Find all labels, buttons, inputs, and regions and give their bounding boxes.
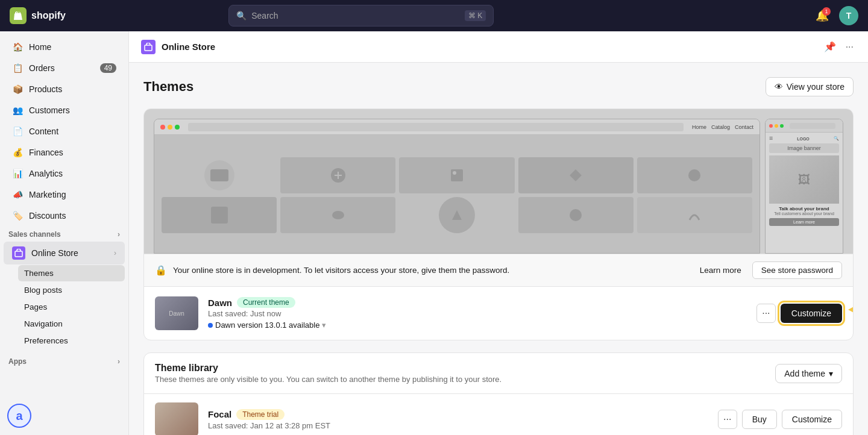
desktop-preview-bar: Home Catalog Contact [154,119,760,135]
theme-saved-time: Last saved: Just now [208,309,747,318]
sidebar-item-customers[interactable]: 👥 Customers [4,100,125,120]
sidebar-bottom-avatar[interactable]: a [0,396,128,435]
sidebar-item-preferences[interactable]: Preferences [18,333,125,349]
focal-theme-thumbnail [155,402,198,435]
discounts-icon: 🏷️ [12,210,23,221]
library-title: Theme library [155,363,502,374]
theme-version[interactable]: Dawn version 13.0.1 available ▾ [208,321,747,330]
customize-button[interactable]: Customize [781,304,842,323]
svg-rect-0 [15,251,22,257]
search-bar[interactable]: 🔍 Search ⌘ K [228,5,494,27]
content-icon: 📄 [12,126,23,137]
more-options-button[interactable]: ··· [843,39,856,55]
sales-channels-header[interactable]: Sales channels › [0,227,128,241]
sidebar-item-analytics[interactable]: 📊 Analytics [4,163,125,184]
pin-button[interactable]: 📌 [822,39,838,55]
shopify-text: shopify [31,10,66,21]
focal-more-options[interactable]: ··· [718,410,737,429]
sidebar-item-blog-posts[interactable]: Blog posts [18,282,125,298]
svg-point-5 [688,169,700,181]
banner-actions: Learn more See store password [694,261,842,279]
mobile-brand-text: Talk about your brand [769,206,839,211]
search-placeholder: Search [251,11,278,20]
dawn-thumbnail-image: Dawn [155,296,198,330]
sidebar-item-label: Marketing [29,190,66,199]
sidebar-item-content[interactable]: 📄 Content [4,121,125,142]
focal-customize-button[interactable]: Customize [782,410,842,429]
page-header: Themes 👁 View your store [143,77,854,96]
apps-label: Apps [8,357,27,366]
desktop-nav-links: Home Catalog Contact [692,124,753,130]
mobile-image-placeholder: 🖼 [769,155,839,204]
current-theme-row: Dawn Dawn Current theme Last saved: Just… [144,286,853,340]
orders-icon: 📋 [12,63,23,74]
user-profile-avatar: a [7,404,31,428]
sidebar-item-orders[interactable]: 📋 Orders 49 [4,58,125,78]
store-password-button[interactable]: See store password [752,261,842,279]
focal-theme-badge: Theme trial [236,409,285,420]
sidebar-item-themes[interactable]: Themes [18,265,125,281]
sidebar-item-label: Discounts [29,211,66,221]
learn-more-button[interactable]: Learn more [694,261,747,279]
shopify-logo[interactable]: shopify [10,7,66,24]
theme-name: Dawn [208,298,232,308]
online-store-icon [12,246,25,260]
svg-rect-8 [570,209,582,221]
focal-saved-time: Last saved: Jan 12 at 3:28 pm EST [208,421,708,430]
view-store-button[interactable]: 👁 View your store [766,77,854,96]
apps-header[interactable]: Apps › [0,354,128,368]
version-dot [208,323,213,328]
channel-icon [141,40,156,54]
mobile-banner-label: Image banner [769,143,839,153]
theme-more-options[interactable]: ··· [756,304,776,323]
channel-header-actions: 📌 ··· [822,39,856,55]
finances-icon: 💰 [12,147,23,158]
sidebar-item-marketing[interactable]: 📣 Marketing [4,184,125,205]
focal-theme-info: Focal Theme trial Last saved: Jan 12 at … [208,409,708,430]
marketing-icon: 📣 [12,189,23,200]
focal-thumbnail-image [155,402,198,435]
notification-button[interactable]: 🔔 1 [813,6,832,25]
sales-channels-chevron: › [118,230,120,239]
sidebar-item-products[interactable]: 📦 Products [4,79,125,99]
dawn-theme-info: Dawn Current theme Last saved: Just now … [208,297,747,330]
library-header-text: Theme library These themes are only visi… [155,363,502,384]
analytics-icon: 📊 [12,168,23,179]
customize-wrapper: Customize [781,304,842,323]
sidebar-item-discounts[interactable]: 🏷️ Discounts [4,205,125,226]
desktop-preview: Home Catalog Contact [154,119,760,254]
sidebar-item-navigation[interactable]: Navigation [18,316,125,332]
sidebar-nav: 🏠 Home 📋 Orders 49 📦 Products 👥 Customer… [0,31,128,373]
theme-preview-images: Home Catalog Contact [144,109,853,254]
mobile-preview-content: ☰ LOGO 🔍 Image banner 🖼 Talk about your … [766,133,843,230]
focal-theme-actions: ··· Buy Customize [718,410,842,429]
svg-rect-3 [451,169,463,181]
user-avatar[interactable]: T [839,6,858,25]
sidebar-item-pages[interactable]: Pages [18,299,125,315]
current-theme-badge: Current theme [237,297,295,308]
preferences-label: Preferences [24,336,68,345]
theme-preview-card: Home Catalog Contact [143,108,854,340]
online-store-chevron: › [114,249,116,257]
home-icon: 🏠 [12,42,23,52]
online-store-label: Online Store [31,248,78,258]
add-theme-button[interactable]: Add theme ▾ [775,364,842,383]
online-store-sub-nav: Themes Blog posts Pages Navigation Prefe… [0,265,128,349]
sidebar-item-label: Analytics [29,169,63,178]
window-controls [160,125,180,130]
theme-library-header: Theme library These themes are only visi… [144,353,853,394]
notification-badge: 1 [822,7,831,16]
focal-buy-button[interactable]: Buy [742,410,777,429]
sidebar-item-label: Orders [29,63,55,73]
channel-header: Online Store 📌 ··· [129,31,868,63]
sidebar-item-finances[interactable]: 💰 Finances [4,142,125,163]
sidebar-item-label: Content [29,127,58,136]
sidebar-item-online-store[interactable]: Online Store › [4,242,125,264]
sidebar-item-label: Customers [29,105,70,115]
focal-name-row: Focal Theme trial [208,409,708,420]
search-shortcut: ⌘ K [465,10,486,21]
svg-rect-6 [211,207,228,224]
sidebar-item-home[interactable]: 🏠 Home [4,37,125,57]
dawn-theme-thumbnail: Dawn [155,296,198,330]
library-subtitle: These themes are only visible to you. Yo… [155,375,502,384]
